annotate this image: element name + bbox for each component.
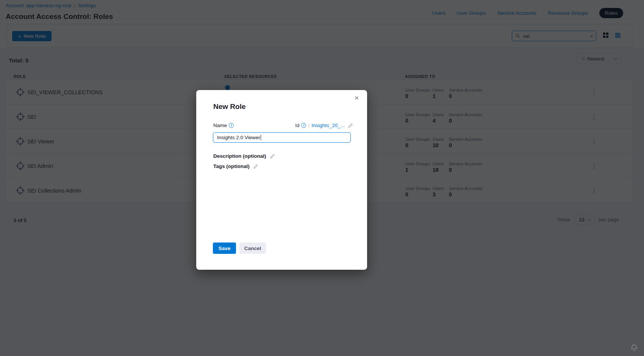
description-label: Description (optional): [213, 153, 266, 159]
modal-title: New Role: [213, 103, 246, 111]
id-label: Id: [295, 123, 299, 128]
name-label-text: Name: [213, 123, 227, 128]
edit-tags-pencil-icon[interactable]: [253, 164, 258, 169]
name-id-row: Name i Id i : Insights_20_...: [213, 123, 353, 128]
cancel-button[interactable]: Cancel: [239, 243, 266, 254]
role-id-value[interactable]: Insights_20_...: [311, 123, 345, 128]
info-icon: i: [229, 123, 234, 128]
edit-id-pencil-icon[interactable]: [348, 123, 353, 128]
bell-icon[interactable]: [630, 344, 638, 353]
tags-label: Tags (optional): [213, 163, 250, 169]
name-field-label: Name i: [213, 123, 234, 128]
edit-description-pencil-icon[interactable]: [270, 154, 275, 159]
id-colon: :: [308, 123, 309, 128]
modal-actions: Save Cancel: [213, 243, 266, 254]
info-icon: i: [301, 123, 306, 128]
role-id-group: Id i : Insights_20_...: [295, 123, 353, 128]
text-caret: [261, 135, 261, 140]
role-name-value: Insights 2.0 Viewer: [217, 135, 260, 140]
close-icon[interactable]: ×: [355, 94, 359, 102]
role-name-input[interactable]: Insights 2.0 Viewer: [213, 132, 351, 143]
description-row: Description (optional): [213, 153, 275, 159]
tags-row: Tags (optional): [213, 163, 258, 169]
new-role-modal: × New Role Name i Id i : Insights_20_...…: [196, 90, 367, 270]
save-button[interactable]: Save: [213, 243, 236, 254]
roles-page: Account: app-harness-ng-cicd › Settings …: [0, 0, 644, 356]
